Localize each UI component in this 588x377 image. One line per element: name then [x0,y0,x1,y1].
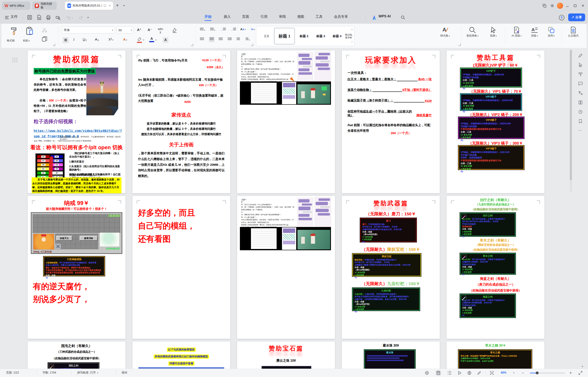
wps-ai-label[interactable]: WPS AI [378,14,391,18]
tab-document[interactable]: W 听风吟赞助表2025.01.10.dc × [65,2,113,10]
italic-button[interactable]: I [73,37,74,42]
new-tab-button[interactable]: + [116,2,119,8]
wps-ai-logo-icon[interactable] [372,15,377,20]
translate-icon[interactable] [578,91,583,95]
arrange-button[interactable]: 排列▾ [542,26,560,37]
align-center-icon[interactable] [209,37,215,42]
decrease-indent-icon[interactable]: ← [220,28,226,32]
export-pdf-icon[interactable] [36,15,42,20]
bookmark-icon[interactable] [578,119,583,124]
decrease-font-icon[interactable]: A⁻ [148,28,152,32]
distribute-icon[interactable] [237,37,240,41]
word-count[interactable]: 字数: 1704 [42,371,56,375]
line-spacing-icon[interactable]: ▾ [246,37,250,41]
undo-icon[interactable] [67,15,71,20]
ribbon-tab-review[interactable]: 审阅 [279,14,286,19]
fullscreen-icon[interactable] [578,370,583,375]
style-heading4[interactable]: 标题 4 [329,26,345,46]
ribbon-tab-tools[interactable]: 工具 [316,14,323,19]
style-heading2[interactable]: 标题 2 [296,26,312,46]
more-tools-icon[interactable]: ⋯ [578,128,582,133]
redo-icon[interactable] [78,15,83,20]
menu-file[interactable]: 文件 [11,14,18,19]
left-right-icon[interactable]: ⇆▾ [251,27,255,31]
justify-icon[interactable] [228,37,232,41]
format-brush-icon[interactable] [578,72,583,77]
typeset-button[interactable]: A 排版▾ [525,26,544,37]
edit-pen-icon[interactable] [578,53,583,58]
superscript-button[interactable]: X²▾ [108,37,113,42]
ribbon-tab-reference[interactable]: 引用 [260,14,268,19]
settings-gear-icon[interactable] [549,0,556,12]
print-preview-icon[interactable] [55,15,60,20]
format-painter-icon[interactable] [10,26,18,35]
copy-icon[interactable] [41,36,47,42]
close-tab-icon[interactable]: × [109,4,111,8]
zoom-out-button[interactable]: − [520,370,526,375]
paste-icon[interactable] [25,26,34,35]
history-icon[interactable] [578,109,583,114]
find-replace-button[interactable]: 查找替换▾ [463,26,482,37]
web-view-icon[interactable] [467,370,472,375]
select-button[interactable]: 选择▾ [484,26,503,37]
character-shading-button[interactable]: A [163,37,168,43]
fit-page-icon[interactable] [489,370,494,375]
layout-switch-icon[interactable] [541,0,548,12]
spellcheck-status[interactable]: 拼写检查: 打开 ▾ [77,371,98,375]
book-icon[interactable] [578,100,583,105]
close-button[interactable]: × [579,0,586,12]
scrollbar-thumb[interactable] [570,50,572,180]
align-right-icon[interactable] [219,37,223,41]
more-commands-chevron-icon[interactable]: ▾ [87,16,89,19]
ribbon-tab-home[interactable]: 开始 [205,14,212,19]
zoom-chevron-icon[interactable]: ▾ [513,372,514,374]
align-left-icon[interactable] [200,37,204,41]
text-direction-icon[interactable]: A⇅▾ [240,27,246,31]
gallery-scroll-up-icon[interactable]: ▴ [351,28,353,30]
style-heading3[interactable]: 标题 3 [313,26,329,46]
style-heading1[interactable]: 标题 1 [274,28,295,44]
page-view-icon[interactable] [436,370,441,375]
hamburger-menu-icon[interactable] [5,16,9,19]
ribbon-tab-insert[interactable]: 插入 [224,14,231,19]
ink-annotate-icon[interactable] [477,370,482,375]
official-doc-mode-button[interactable]: 公文模式 [564,26,582,37]
save-icon[interactable] [27,15,32,20]
tab-docer-templates[interactable]: 找稻壳模板 [32,2,57,10]
focus-mode-icon[interactable] [424,370,430,375]
outline-view-icon[interactable] [447,370,452,375]
bullets-button[interactable]: ▾ [200,28,205,32]
scroll-down-chevron-icon[interactable]: ▾ [582,365,583,368]
pinyin-guide-icon[interactable]: wén文 [158,27,163,34]
print-icon[interactable] [46,15,51,20]
search-icon[interactable] [400,15,405,20]
avatar[interactable] [557,0,564,12]
style-normal[interactable]: 正文 [260,26,273,46]
undo-chevron-icon[interactable]: ▾ [72,17,73,19]
font-color-button[interactable]: A [149,37,154,42]
upload-cloud-icon[interactable] [559,14,565,21]
share-button[interactable]: ↗ 分享 [568,13,585,21]
font-size-select[interactable]: 50▾ [117,26,134,34]
zoom-percentage[interactable]: 40% [501,371,506,374]
document-canvas[interactable]: 赞助权限篇 称号插件已经由免费版购买为付费版 单色定制称号 ：会在聊天栏前显示你… [0,48,588,369]
font-name-select[interactable]: 宋体▾ [62,26,115,34]
tab-wps-office[interactable]: W WPS Office [2,2,30,10]
proofread-button[interactable]: 校对 [122,371,127,375]
maximize-button[interactable] [572,0,579,12]
paste-label[interactable]: 粘贴▾ [23,39,30,42]
vertical-scrollbar[interactable] [570,49,572,192]
gallery-scroll-down-icon[interactable]: ▾ [351,35,353,37]
format-painter-label[interactable]: 格式刷 [7,39,15,42]
minimize-button[interactable] [564,0,571,12]
ribbon-tab-member[interactable]: 会员专享 [334,14,348,19]
zoom-slider[interactable] [530,373,565,373]
increase-indent-icon[interactable]: → [231,28,236,32]
comment-icon[interactable] [578,81,583,86]
read-mode-icon[interactable] [457,370,462,375]
clear-format-icon[interactable] [172,27,177,34]
select-cursor-icon[interactable] [578,62,583,67]
underline-button[interactable]: U▾ [83,37,87,42]
cut-icon[interactable] [41,27,47,33]
increase-font-icon[interactable]: A⁺ [137,28,141,32]
